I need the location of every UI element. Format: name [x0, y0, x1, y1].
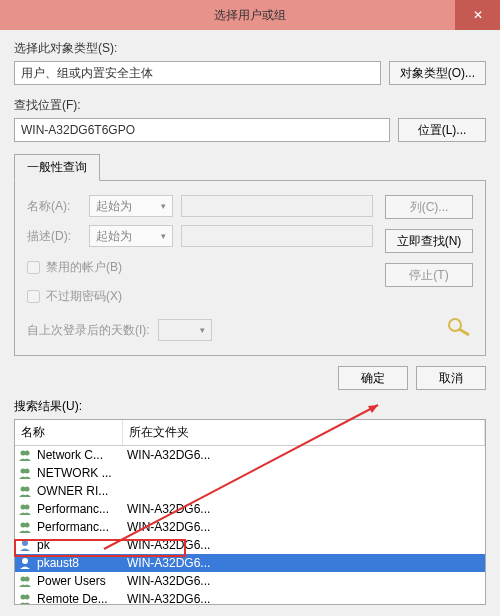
desc-input[interactable] — [181, 225, 373, 247]
chevron-down-icon: ▾ — [200, 325, 205, 335]
window-title: 选择用户或组 — [214, 7, 286, 24]
chevron-down-icon: ▾ — [161, 231, 166, 241]
dialog-content: 选择此对象类型(S): 用户、组或内置安全主体 对象类型(O)... 查找位置(… — [0, 30, 500, 615]
desc-label: 描述(D): — [27, 228, 81, 245]
group-icon — [17, 573, 33, 589]
row-name: OWNER RI... — [37, 484, 125, 498]
row-name: pk — [37, 538, 125, 552]
disabled-accounts-check[interactable]: 禁用的帐户(B) — [27, 259, 373, 276]
name-mode-combo[interactable]: 起始为▾ — [89, 195, 173, 217]
row-location: WIN-A32DG6... — [125, 520, 483, 534]
result-row[interactable]: pkaust8WIN-A32DG6... — [15, 554, 485, 572]
titlebar: 选择用户或组 ✕ — [0, 0, 500, 30]
user-icon — [17, 537, 33, 553]
no-expire-checkbox[interactable] — [27, 290, 40, 303]
find-now-button[interactable]: 立即查找(N) — [385, 229, 473, 253]
row-name: Performanc... — [37, 520, 125, 534]
row-name: pkaust8 — [37, 556, 125, 570]
svg-point-9 — [25, 505, 30, 510]
name-input[interactable] — [181, 195, 373, 217]
row-name: Remote De... — [37, 592, 125, 605]
result-row[interactable]: NETWORK ... — [15, 464, 485, 482]
days-label: 自上次登录后的天数(I): — [27, 322, 150, 339]
look-in-label: 查找位置(F): — [14, 97, 486, 114]
result-row[interactable]: Power UsersWIN-A32DG6... — [15, 572, 485, 590]
list-header: 名称 所在文件夹 — [15, 420, 485, 446]
cancel-button[interactable]: 取消 — [416, 366, 486, 390]
svg-point-7 — [25, 487, 30, 492]
result-row[interactable]: Performanc...WIN-A32DG6... — [15, 500, 485, 518]
chevron-down-icon: ▾ — [161, 201, 166, 211]
row-name: Performanc... — [37, 502, 125, 516]
result-row[interactable]: Performanc...WIN-A32DG6... — [15, 518, 485, 536]
query-panel: 名称(A): 起始为▾ 描述(D): 起始为▾ 禁用的帐户(B) 不过期密码(X… — [14, 181, 486, 356]
row-location: WIN-A32DG6... — [125, 574, 483, 588]
desc-mode-combo[interactable]: 起始为▾ — [89, 225, 173, 247]
row-name: Power Users — [37, 574, 125, 588]
col-location[interactable]: 所在文件夹 — [123, 420, 485, 445]
group-icon — [17, 465, 33, 481]
svg-point-12 — [22, 540, 28, 546]
svg-point-3 — [25, 451, 30, 456]
row-name: Network C... — [37, 448, 125, 462]
row-location: WIN-A32DG6... — [125, 592, 483, 605]
result-row[interactable]: Network C...WIN-A32DG6... — [15, 446, 485, 464]
svg-point-13 — [22, 558, 28, 564]
object-types-button[interactable]: 对象类型(O)... — [389, 61, 486, 85]
row-name: NETWORK ... — [37, 466, 125, 480]
locations-button[interactable]: 位置(L)... — [398, 118, 486, 142]
row-location: WIN-A32DG6... — [125, 538, 483, 552]
close-icon: ✕ — [473, 8, 483, 22]
close-button[interactable]: ✕ — [455, 0, 500, 30]
disabled-accounts-checkbox[interactable] — [27, 261, 40, 274]
row-location: WIN-A32DG6... — [125, 556, 483, 570]
results-list: 名称 所在文件夹 Network C...WIN-A32DG6...NETWOR… — [14, 419, 486, 605]
stop-button[interactable]: 停止(T) — [385, 263, 473, 287]
group-icon — [17, 591, 33, 605]
svg-point-17 — [25, 595, 30, 600]
svg-point-11 — [25, 523, 30, 528]
col-name[interactable]: 名称 — [15, 420, 123, 445]
group-icon — [17, 447, 33, 463]
group-icon — [17, 519, 33, 535]
name-label: 名称(A): — [27, 198, 81, 215]
svg-point-15 — [25, 577, 30, 582]
result-row[interactable]: pkWIN-A32DG6... — [15, 536, 485, 554]
user-icon — [17, 555, 33, 571]
row-location: WIN-A32DG6... — [125, 448, 483, 462]
group-icon — [17, 483, 33, 499]
ok-button[interactable]: 确定 — [338, 366, 408, 390]
svg-line-1 — [459, 329, 469, 335]
search-magnifier-icon — [445, 317, 473, 337]
tab-common-queries[interactable]: 一般性查询 — [14, 154, 100, 181]
look-in-field: WIN-A32DG6T6GPO — [14, 118, 390, 142]
results-label: 搜索结果(U): — [14, 398, 486, 415]
row-location: WIN-A32DG6... — [125, 502, 483, 516]
list-body[interactable]: Network C...WIN-A32DG6...NETWORK ...OWNE… — [15, 446, 485, 605]
no-expire-check[interactable]: 不过期密码(X) — [27, 288, 373, 305]
result-row[interactable]: Remote De...WIN-A32DG6... — [15, 590, 485, 605]
columns-button[interactable]: 列(C)... — [385, 195, 473, 219]
group-icon — [17, 501, 33, 517]
svg-point-5 — [25, 469, 30, 474]
object-type-label: 选择此对象类型(S): — [14, 40, 486, 57]
days-combo[interactable]: ▾ — [158, 319, 212, 341]
object-type-field: 用户、组或内置安全主体 — [14, 61, 381, 85]
result-row[interactable]: OWNER RI... — [15, 482, 485, 500]
tab-strip: 一般性查询 — [14, 154, 486, 181]
